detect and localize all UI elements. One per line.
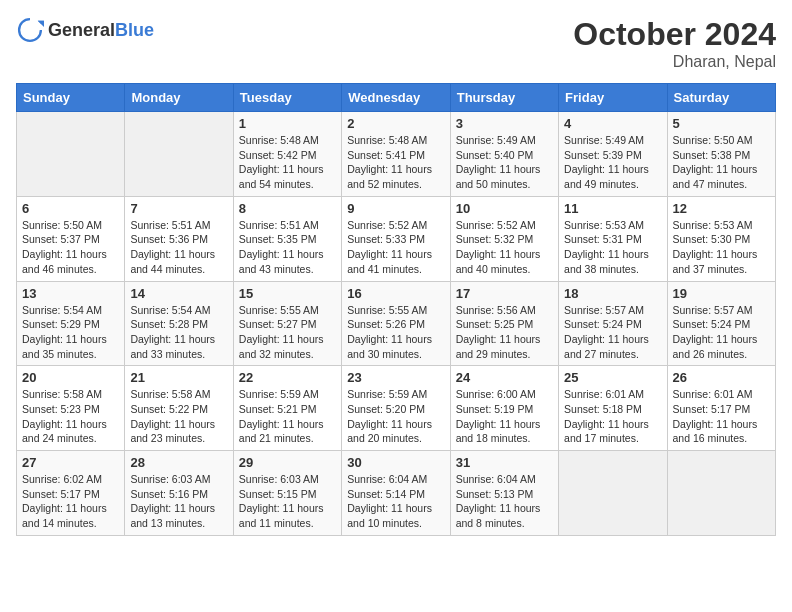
day-info: Sunrise: 5:58 AMSunset: 5:22 PMDaylight:… bbox=[130, 387, 227, 446]
day-cell: 9Sunrise: 5:52 AMSunset: 5:33 PMDaylight… bbox=[342, 196, 450, 281]
day-cell: 14Sunrise: 5:54 AMSunset: 5:28 PMDayligh… bbox=[125, 281, 233, 366]
day-cell: 25Sunrise: 6:01 AMSunset: 5:18 PMDayligh… bbox=[559, 366, 667, 451]
day-number: 16 bbox=[347, 286, 444, 301]
week-row-4: 20Sunrise: 5:58 AMSunset: 5:23 PMDayligh… bbox=[17, 366, 776, 451]
calendar-table: SundayMondayTuesdayWednesdayThursdayFrid… bbox=[16, 83, 776, 536]
day-cell: 16Sunrise: 5:55 AMSunset: 5:26 PMDayligh… bbox=[342, 281, 450, 366]
day-number: 13 bbox=[22, 286, 119, 301]
day-cell: 19Sunrise: 5:57 AMSunset: 5:24 PMDayligh… bbox=[667, 281, 775, 366]
day-cell bbox=[559, 451, 667, 536]
weekday-header-wednesday: Wednesday bbox=[342, 84, 450, 112]
week-row-3: 13Sunrise: 5:54 AMSunset: 5:29 PMDayligh… bbox=[17, 281, 776, 366]
page-header: GeneralBlue October 2024 Dharan, Nepal bbox=[16, 16, 776, 71]
week-row-1: 1Sunrise: 5:48 AMSunset: 5:42 PMDaylight… bbox=[17, 112, 776, 197]
day-number: 19 bbox=[673, 286, 770, 301]
day-cell: 23Sunrise: 5:59 AMSunset: 5:20 PMDayligh… bbox=[342, 366, 450, 451]
day-cell: 31Sunrise: 6:04 AMSunset: 5:13 PMDayligh… bbox=[450, 451, 558, 536]
day-number: 3 bbox=[456, 116, 553, 131]
day-info: Sunrise: 6:04 AMSunset: 5:14 PMDaylight:… bbox=[347, 472, 444, 531]
day-info: Sunrise: 5:55 AMSunset: 5:26 PMDaylight:… bbox=[347, 303, 444, 362]
day-info: Sunrise: 5:48 AMSunset: 5:42 PMDaylight:… bbox=[239, 133, 336, 192]
day-number: 25 bbox=[564, 370, 661, 385]
day-cell: 30Sunrise: 6:04 AMSunset: 5:14 PMDayligh… bbox=[342, 451, 450, 536]
day-cell: 13Sunrise: 5:54 AMSunset: 5:29 PMDayligh… bbox=[17, 281, 125, 366]
day-info: Sunrise: 6:00 AMSunset: 5:19 PMDaylight:… bbox=[456, 387, 553, 446]
day-info: Sunrise: 5:51 AMSunset: 5:35 PMDaylight:… bbox=[239, 218, 336, 277]
day-info: Sunrise: 5:57 AMSunset: 5:24 PMDaylight:… bbox=[564, 303, 661, 362]
day-cell bbox=[125, 112, 233, 197]
logo-icon bbox=[16, 16, 44, 44]
weekday-header-sunday: Sunday bbox=[17, 84, 125, 112]
day-info: Sunrise: 5:54 AMSunset: 5:28 PMDaylight:… bbox=[130, 303, 227, 362]
day-number: 21 bbox=[130, 370, 227, 385]
day-number: 11 bbox=[564, 201, 661, 216]
day-number: 8 bbox=[239, 201, 336, 216]
day-cell: 2Sunrise: 5:48 AMSunset: 5:41 PMDaylight… bbox=[342, 112, 450, 197]
day-number: 12 bbox=[673, 201, 770, 216]
day-cell: 4Sunrise: 5:49 AMSunset: 5:39 PMDaylight… bbox=[559, 112, 667, 197]
day-info: Sunrise: 5:56 AMSunset: 5:25 PMDaylight:… bbox=[456, 303, 553, 362]
logo-blue: Blue bbox=[115, 20, 154, 40]
day-info: Sunrise: 5:50 AMSunset: 5:37 PMDaylight:… bbox=[22, 218, 119, 277]
day-info: Sunrise: 6:03 AMSunset: 5:15 PMDaylight:… bbox=[239, 472, 336, 531]
day-cell: 11Sunrise: 5:53 AMSunset: 5:31 PMDayligh… bbox=[559, 196, 667, 281]
day-info: Sunrise: 5:57 AMSunset: 5:24 PMDaylight:… bbox=[673, 303, 770, 362]
day-cell: 18Sunrise: 5:57 AMSunset: 5:24 PMDayligh… bbox=[559, 281, 667, 366]
day-number: 29 bbox=[239, 455, 336, 470]
weekday-header-thursday: Thursday bbox=[450, 84, 558, 112]
day-cell: 3Sunrise: 5:49 AMSunset: 5:40 PMDaylight… bbox=[450, 112, 558, 197]
day-info: Sunrise: 5:52 AMSunset: 5:33 PMDaylight:… bbox=[347, 218, 444, 277]
day-number: 20 bbox=[22, 370, 119, 385]
day-number: 22 bbox=[239, 370, 336, 385]
day-cell: 29Sunrise: 6:03 AMSunset: 5:15 PMDayligh… bbox=[233, 451, 341, 536]
location-title: Dharan, Nepal bbox=[573, 53, 776, 71]
day-number: 28 bbox=[130, 455, 227, 470]
day-info: Sunrise: 5:51 AMSunset: 5:36 PMDaylight:… bbox=[130, 218, 227, 277]
day-number: 9 bbox=[347, 201, 444, 216]
logo-text: GeneralBlue bbox=[48, 20, 154, 41]
day-info: Sunrise: 5:59 AMSunset: 5:21 PMDaylight:… bbox=[239, 387, 336, 446]
day-number: 18 bbox=[564, 286, 661, 301]
day-cell: 7Sunrise: 5:51 AMSunset: 5:36 PMDaylight… bbox=[125, 196, 233, 281]
day-cell: 22Sunrise: 5:59 AMSunset: 5:21 PMDayligh… bbox=[233, 366, 341, 451]
day-cell: 8Sunrise: 5:51 AMSunset: 5:35 PMDaylight… bbox=[233, 196, 341, 281]
day-number: 6 bbox=[22, 201, 119, 216]
day-cell: 10Sunrise: 5:52 AMSunset: 5:32 PMDayligh… bbox=[450, 196, 558, 281]
day-number: 17 bbox=[456, 286, 553, 301]
day-info: Sunrise: 6:02 AMSunset: 5:17 PMDaylight:… bbox=[22, 472, 119, 531]
day-info: Sunrise: 5:55 AMSunset: 5:27 PMDaylight:… bbox=[239, 303, 336, 362]
day-info: Sunrise: 5:58 AMSunset: 5:23 PMDaylight:… bbox=[22, 387, 119, 446]
day-number: 1 bbox=[239, 116, 336, 131]
day-cell: 6Sunrise: 5:50 AMSunset: 5:37 PMDaylight… bbox=[17, 196, 125, 281]
day-info: Sunrise: 6:01 AMSunset: 5:18 PMDaylight:… bbox=[564, 387, 661, 446]
day-cell: 1Sunrise: 5:48 AMSunset: 5:42 PMDaylight… bbox=[233, 112, 341, 197]
day-cell: 17Sunrise: 5:56 AMSunset: 5:25 PMDayligh… bbox=[450, 281, 558, 366]
weekday-header-row: SundayMondayTuesdayWednesdayThursdayFrid… bbox=[17, 84, 776, 112]
day-info: Sunrise: 5:52 AMSunset: 5:32 PMDaylight:… bbox=[456, 218, 553, 277]
day-cell: 5Sunrise: 5:50 AMSunset: 5:38 PMDaylight… bbox=[667, 112, 775, 197]
day-number: 30 bbox=[347, 455, 444, 470]
day-number: 26 bbox=[673, 370, 770, 385]
day-cell: 27Sunrise: 6:02 AMSunset: 5:17 PMDayligh… bbox=[17, 451, 125, 536]
day-number: 5 bbox=[673, 116, 770, 131]
day-number: 4 bbox=[564, 116, 661, 131]
day-info: Sunrise: 6:01 AMSunset: 5:17 PMDaylight:… bbox=[673, 387, 770, 446]
day-info: Sunrise: 5:53 AMSunset: 5:30 PMDaylight:… bbox=[673, 218, 770, 277]
title-block: October 2024 Dharan, Nepal bbox=[573, 16, 776, 71]
day-cell bbox=[17, 112, 125, 197]
weekday-header-friday: Friday bbox=[559, 84, 667, 112]
logo-general: General bbox=[48, 20, 115, 40]
day-cell: 12Sunrise: 5:53 AMSunset: 5:30 PMDayligh… bbox=[667, 196, 775, 281]
day-number: 10 bbox=[456, 201, 553, 216]
day-cell: 24Sunrise: 6:00 AMSunset: 5:19 PMDayligh… bbox=[450, 366, 558, 451]
day-info: Sunrise: 5:49 AMSunset: 5:40 PMDaylight:… bbox=[456, 133, 553, 192]
day-info: Sunrise: 5:59 AMSunset: 5:20 PMDaylight:… bbox=[347, 387, 444, 446]
day-cell: 20Sunrise: 5:58 AMSunset: 5:23 PMDayligh… bbox=[17, 366, 125, 451]
day-info: Sunrise: 5:53 AMSunset: 5:31 PMDaylight:… bbox=[564, 218, 661, 277]
day-cell bbox=[667, 451, 775, 536]
month-title: October 2024 bbox=[573, 16, 776, 53]
day-info: Sunrise: 5:48 AMSunset: 5:41 PMDaylight:… bbox=[347, 133, 444, 192]
day-cell: 21Sunrise: 5:58 AMSunset: 5:22 PMDayligh… bbox=[125, 366, 233, 451]
weekday-header-saturday: Saturday bbox=[667, 84, 775, 112]
day-number: 15 bbox=[239, 286, 336, 301]
